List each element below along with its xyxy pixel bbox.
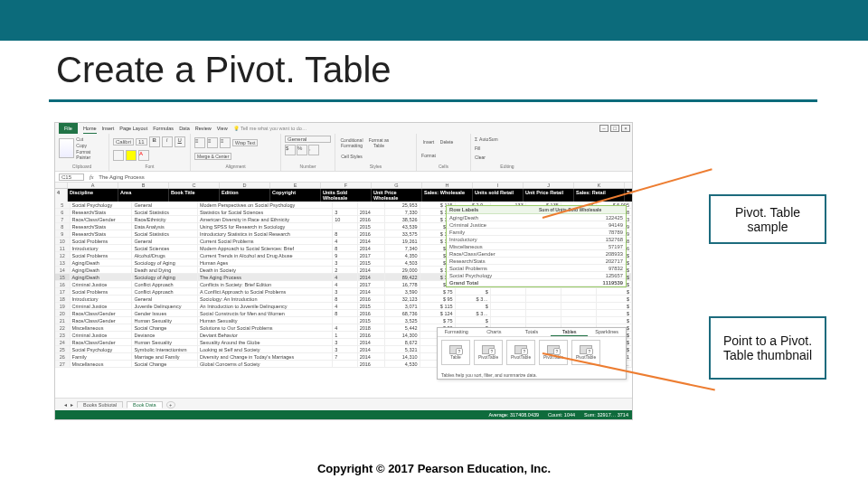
font-name[interactable]: Calibri [113, 138, 134, 145]
table-header: Discipline [68, 189, 118, 202]
table-header: Unit Price Retail [524, 189, 574, 202]
border-button[interactable] [113, 150, 124, 161]
formula-content[interactable]: The Aging Process [99, 174, 144, 180]
col-head[interactable] [55, 183, 68, 188]
wrap-text-button[interactable]: Wrap Text [232, 139, 258, 146]
number-format[interactable]: General [285, 136, 331, 143]
insert-cells-button[interactable]: Insert [420, 139, 437, 145]
autosum-button[interactable]: AutoSum [479, 136, 498, 142]
status-count: Count: 1044 [548, 412, 575, 418]
group-number: Number [285, 164, 331, 169]
pivottable-icon [580, 345, 592, 354]
pivot-row: Social Problems97832 [447, 265, 626, 272]
table-row[interactable]: 19Criminal JusticeJuvenile DelinquencyAn… [55, 303, 632, 310]
table-row[interactable]: 20Race/Class/GenderGender IssuesSocial C… [55, 310, 632, 317]
bold-button[interactable]: B [149, 136, 160, 147]
qa-tab-sparklines[interactable]: Sparklines [588, 328, 626, 336]
comma-button[interactable]: , [308, 145, 319, 155]
underline-button[interactable]: U [175, 136, 185, 147]
col-head[interactable]: B [118, 183, 169, 188]
pivot-row: Race/Class/Gender208933 [447, 250, 626, 258]
col-head[interactable]: D [220, 183, 270, 188]
sheet-nav-prev-icon[interactable]: ◂ [64, 402, 67, 408]
col-head[interactable]: H [422, 183, 473, 188]
col-head[interactable]: E [270, 183, 321, 188]
table-row[interactable]: 17Social ProblemsConflict ApproachA Conf… [55, 288, 632, 296]
qa-thumb-table[interactable]: Table [441, 340, 470, 365]
col-head[interactable]: C [169, 183, 220, 188]
formula-bar: C15 fx The Aging Process [55, 172, 632, 183]
col-head[interactable]: K [574, 183, 625, 188]
format-painter-button[interactable]: Format Painter [76, 149, 105, 160]
row-head[interactable]: 4 [55, 189, 68, 202]
cut-button[interactable]: Cut [76, 136, 105, 142]
format-table-button[interactable]: Format as Table [366, 137, 392, 148]
qa-thumb-pivottable[interactable]: PivotTable [474, 340, 503, 365]
col-head[interactable]: A [68, 183, 118, 188]
font-size[interactable]: 11 [136, 138, 147, 145]
sheet-tab-subtotal[interactable]: Books Subtotal [77, 401, 123, 408]
name-box[interactable]: C15 [59, 174, 84, 181]
clear-button[interactable]: Clear [475, 155, 540, 160]
tab-review[interactable]: Review [195, 123, 212, 134]
table-row[interactable]: 21Race/Class/GenderHuman SexualityHuman … [55, 317, 632, 324]
group-alignment: Alignment [194, 164, 277, 169]
col-head[interactable]: F [321, 183, 372, 188]
cell-styles-button[interactable]: Cell Styles [339, 154, 364, 159]
col-head[interactable]: G [372, 183, 422, 188]
percent-button[interactable]: % [297, 145, 307, 155]
group-clipboard: Clipboard [59, 164, 105, 169]
quick-analysis-popover: FormattingChartsTotalsTablesSparklines T… [437, 327, 627, 380]
add-sheet-button[interactable]: + [166, 401, 175, 408]
font-color-button[interactable]: A [138, 150, 149, 161]
group-font: Font [113, 164, 186, 169]
tell-me[interactable]: 💡 Tell me what you want to do… [233, 123, 307, 134]
tab-file[interactable]: File [59, 123, 78, 134]
group-editing: Editing [475, 164, 540, 169]
fill-color-button[interactable] [126, 150, 137, 161]
delete-cells-button[interactable]: Delete [439, 139, 455, 145]
fill-button[interactable]: Fill [475, 145, 540, 151]
pivot-row: Family78789 [447, 229, 626, 236]
tab-data[interactable]: Data [179, 123, 190, 134]
tab-page-layout[interactable]: Page Layout [119, 123, 147, 134]
align-left-button[interactable]: ≡ [194, 137, 205, 148]
qa-tab-formatting[interactable]: Formatting [438, 328, 476, 336]
format-cells-button[interactable]: Format [420, 153, 437, 158]
excel-screenshot: – □ × File HomeInsertPage LayoutFormulas… [54, 122, 633, 420]
currency-button[interactable]: $ [285, 145, 296, 155]
ribbon: – □ × File HomeInsertPage LayoutFormulas… [55, 123, 632, 172]
copy-button[interactable]: Copy [76, 143, 105, 148]
tab-insert[interactable]: Insert [102, 123, 115, 134]
qa-tab-charts[interactable]: Charts [476, 328, 514, 336]
group-styles: Styles [339, 164, 412, 169]
merge-center-button[interactable]: Merge & Center [194, 153, 231, 160]
italic-button[interactable]: I [162, 136, 173, 147]
qa-tab-tables[interactable]: Tables [551, 328, 589, 336]
ribbon-tabs: File HomeInsertPage LayoutFormulasDataRe… [55, 123, 632, 134]
table-header: Sales: Wholesale [422, 189, 473, 202]
qa-tab-totals[interactable]: Totals [513, 328, 551, 336]
sheet-tab-bookdata[interactable]: Book Data [127, 401, 163, 408]
col-head[interactable]: L [625, 183, 632, 188]
fx-icon[interactable]: fx [90, 174, 93, 180]
col-head[interactable]: I [473, 183, 524, 188]
align-center-button[interactable]: ≡ [207, 137, 218, 148]
tab-view[interactable]: View [217, 123, 228, 134]
title-underline [49, 99, 817, 102]
tab-formulas[interactable]: Formulas [153, 123, 174, 134]
pivot-row: Introductory152768 [447, 236, 626, 243]
tab-home[interactable]: Home [83, 123, 97, 134]
sheet-nav-next-icon[interactable]: ▸ [71, 402, 73, 408]
table-header: Copyright [270, 189, 321, 202]
qa-thumb-pivottable[interactable]: PivotTable [506, 340, 535, 365]
table-header: Units Sold Wholesale [321, 189, 372, 202]
paste-icon[interactable] [59, 138, 74, 158]
col-head[interactable]: J [524, 183, 574, 188]
align-right-button[interactable]: ≡ [220, 137, 231, 148]
table-row[interactable]: 18IntroductoryGeneralSociology: An Intro… [55, 296, 632, 303]
sheet-tabs: ◂ ▸ Books Subtotal Book Data + [55, 398, 632, 410]
pivot-sample-overlay: Row Labels Sum of Units Sold Wholesale A… [446, 205, 627, 287]
table-headers: 4DisciplineAreaBook TitleEditionCopyrigh… [55, 189, 632, 202]
cond-format-button[interactable]: Conditional Formatting [339, 137, 364, 148]
